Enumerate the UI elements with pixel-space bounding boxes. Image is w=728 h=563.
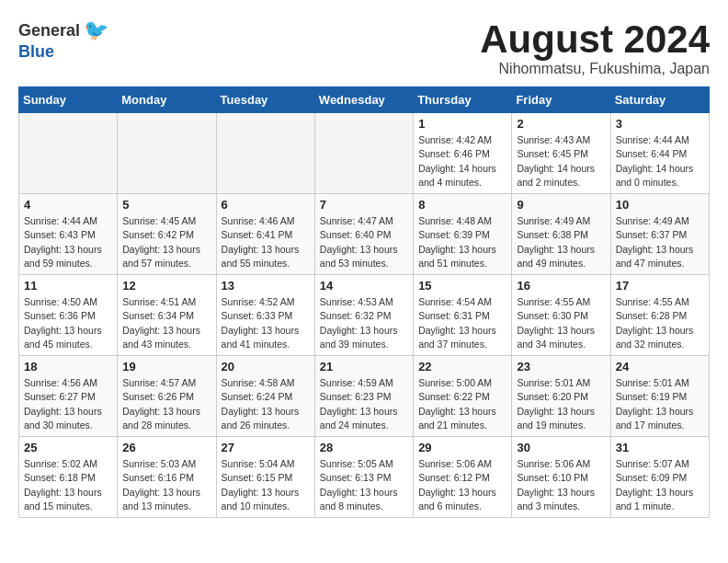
week-row-5: 25Sunrise: 5:02 AMSunset: 6:18 PMDayligh… bbox=[19, 437, 710, 518]
week-row-3: 11Sunrise: 4:50 AMSunset: 6:36 PMDayligh… bbox=[19, 275, 710, 356]
day-cell-16: 16Sunrise: 4:55 AMSunset: 6:30 PMDayligh… bbox=[512, 275, 610, 356]
day-number: 6 bbox=[222, 198, 310, 212]
empty-cell bbox=[19, 113, 118, 194]
weekday-header-wednesday: Wednesday bbox=[314, 87, 413, 113]
day-info: Sunrise: 4:44 AMSunset: 6:44 PMDaylight:… bbox=[616, 133, 704, 190]
day-info: Sunrise: 5:00 AMSunset: 6:22 PMDaylight:… bbox=[418, 376, 506, 432]
weekday-header-thursday: Thursday bbox=[414, 87, 512, 113]
day-number: 30 bbox=[517, 441, 605, 454]
day-cell-2: 2Sunrise: 4:43 AMSunset: 6:45 PMDaylight… bbox=[512, 113, 610, 194]
day-cell-18: 18Sunrise: 4:56 AMSunset: 6:27 PMDayligh… bbox=[19, 356, 118, 437]
month-title: August 2024 bbox=[480, 18, 710, 61]
day-number: 22 bbox=[418, 360, 506, 373]
day-number: 3 bbox=[616, 117, 704, 131]
day-cell-20: 20Sunrise: 4:58 AMSunset: 6:24 PMDayligh… bbox=[216, 356, 314, 437]
day-number: 14 bbox=[320, 279, 408, 293]
day-cell-19: 19Sunrise: 4:57 AMSunset: 6:26 PMDayligh… bbox=[118, 356, 216, 437]
day-cell-11: 11Sunrise: 4:50 AMSunset: 6:36 PMDayligh… bbox=[19, 275, 118, 356]
day-number: 24 bbox=[616, 360, 704, 373]
day-info: Sunrise: 4:51 AMSunset: 6:34 PMDaylight:… bbox=[122, 295, 210, 351]
day-cell-25: 25Sunrise: 5:02 AMSunset: 6:18 PMDayligh… bbox=[19, 437, 118, 518]
day-cell-9: 9Sunrise: 4:49 AMSunset: 6:38 PMDaylight… bbox=[512, 194, 610, 275]
empty-cell bbox=[118, 113, 216, 194]
logo: General 🐦 Blue bbox=[18, 18, 108, 62]
day-info: Sunrise: 4:53 AMSunset: 6:32 PMDaylight:… bbox=[320, 295, 408, 351]
page-header: General 🐦 Blue August 2024 Nihommatsu, F… bbox=[18, 18, 710, 77]
day-info: Sunrise: 5:05 AMSunset: 6:13 PMDaylight:… bbox=[320, 457, 408, 513]
location-title: Nihommatsu, Fukushima, Japan bbox=[480, 61, 710, 77]
day-info: Sunrise: 5:03 AMSunset: 6:16 PMDaylight:… bbox=[122, 457, 210, 513]
day-cell-15: 15Sunrise: 4:54 AMSunset: 6:31 PMDayligh… bbox=[414, 275, 512, 356]
day-info: Sunrise: 4:43 AMSunset: 6:45 PMDaylight:… bbox=[517, 133, 605, 190]
day-cell-7: 7Sunrise: 4:47 AMSunset: 6:40 PMDaylight… bbox=[314, 194, 413, 275]
day-number: 5 bbox=[122, 198, 210, 212]
day-cell-26: 26Sunrise: 5:03 AMSunset: 6:16 PMDayligh… bbox=[118, 437, 216, 518]
title-area: August 2024 Nihommatsu, Fukushima, Japan bbox=[480, 18, 710, 77]
day-info: Sunrise: 5:06 AMSunset: 6:12 PMDaylight:… bbox=[418, 457, 506, 513]
day-number: 1 bbox=[418, 117, 506, 131]
day-info: Sunrise: 4:50 AMSunset: 6:36 PMDaylight:… bbox=[24, 295, 112, 351]
day-cell-5: 5Sunrise: 4:45 AMSunset: 6:42 PMDaylight… bbox=[118, 194, 216, 275]
day-number: 16 bbox=[517, 279, 605, 293]
day-info: Sunrise: 5:04 AMSunset: 6:15 PMDaylight:… bbox=[222, 457, 310, 513]
week-row-1: 1Sunrise: 4:42 AMSunset: 6:46 PMDaylight… bbox=[19, 113, 710, 194]
day-cell-22: 22Sunrise: 5:00 AMSunset: 6:22 PMDayligh… bbox=[414, 356, 512, 437]
week-row-4: 18Sunrise: 4:56 AMSunset: 6:27 PMDayligh… bbox=[19, 356, 710, 437]
day-info: Sunrise: 4:44 AMSunset: 6:43 PMDaylight:… bbox=[24, 214, 112, 270]
day-info: Sunrise: 5:07 AMSunset: 6:09 PMDaylight:… bbox=[616, 457, 704, 513]
day-info: Sunrise: 4:46 AMSunset: 6:41 PMDaylight:… bbox=[222, 214, 310, 270]
weekday-header-sunday: Sunday bbox=[19, 87, 118, 113]
day-cell-29: 29Sunrise: 5:06 AMSunset: 6:12 PMDayligh… bbox=[414, 437, 512, 518]
day-number: 31 bbox=[616, 441, 704, 454]
day-cell-4: 4Sunrise: 4:44 AMSunset: 6:43 PMDaylight… bbox=[19, 194, 118, 275]
day-info: Sunrise: 4:52 AMSunset: 6:33 PMDaylight:… bbox=[222, 295, 310, 351]
day-number: 13 bbox=[222, 279, 310, 293]
day-cell-10: 10Sunrise: 4:49 AMSunset: 6:37 PMDayligh… bbox=[610, 194, 709, 275]
day-number: 17 bbox=[616, 279, 704, 293]
logo-bird-icon: 🐦 bbox=[84, 18, 108, 42]
day-number: 27 bbox=[222, 441, 310, 454]
day-info: Sunrise: 4:49 AMSunset: 6:37 PMDaylight:… bbox=[616, 214, 704, 270]
day-cell-28: 28Sunrise: 5:05 AMSunset: 6:13 PMDayligh… bbox=[314, 437, 413, 518]
day-cell-31: 31Sunrise: 5:07 AMSunset: 6:09 PMDayligh… bbox=[610, 437, 709, 518]
day-cell-21: 21Sunrise: 4:59 AMSunset: 6:23 PMDayligh… bbox=[314, 356, 413, 437]
logo-blue-text: Blue bbox=[18, 42, 54, 62]
day-number: 9 bbox=[517, 198, 605, 212]
day-cell-8: 8Sunrise: 4:48 AMSunset: 6:39 PMDaylight… bbox=[414, 194, 512, 275]
day-cell-17: 17Sunrise: 4:55 AMSunset: 6:28 PMDayligh… bbox=[610, 275, 709, 356]
day-info: Sunrise: 4:58 AMSunset: 6:24 PMDaylight:… bbox=[222, 376, 310, 432]
day-info: Sunrise: 4:56 AMSunset: 6:27 PMDaylight:… bbox=[24, 376, 112, 432]
day-info: Sunrise: 4:48 AMSunset: 6:39 PMDaylight:… bbox=[418, 214, 506, 270]
day-cell-12: 12Sunrise: 4:51 AMSunset: 6:34 PMDayligh… bbox=[118, 275, 216, 356]
day-cell-1: 1Sunrise: 4:42 AMSunset: 6:46 PMDaylight… bbox=[414, 113, 512, 194]
day-cell-27: 27Sunrise: 5:04 AMSunset: 6:15 PMDayligh… bbox=[216, 437, 314, 518]
day-number: 28 bbox=[320, 441, 408, 454]
logo-general-text: General bbox=[18, 21, 80, 40]
weekday-header-saturday: Saturday bbox=[610, 87, 709, 113]
weekday-header-monday: Monday bbox=[118, 87, 216, 113]
weekday-header-row: SundayMondayTuesdayWednesdayThursdayFrid… bbox=[19, 87, 710, 113]
day-number: 23 bbox=[517, 360, 605, 373]
day-number: 2 bbox=[517, 117, 605, 131]
day-number: 8 bbox=[418, 198, 506, 212]
day-number: 7 bbox=[320, 198, 408, 212]
day-number: 29 bbox=[418, 441, 506, 454]
day-number: 10 bbox=[616, 198, 704, 212]
day-info: Sunrise: 4:55 AMSunset: 6:28 PMDaylight:… bbox=[616, 295, 704, 351]
day-cell-14: 14Sunrise: 4:53 AMSunset: 6:32 PMDayligh… bbox=[314, 275, 413, 356]
day-cell-23: 23Sunrise: 5:01 AMSunset: 6:20 PMDayligh… bbox=[512, 356, 610, 437]
weekday-header-tuesday: Tuesday bbox=[216, 87, 314, 113]
day-info: Sunrise: 5:06 AMSunset: 6:10 PMDaylight:… bbox=[517, 457, 605, 513]
day-number: 26 bbox=[122, 441, 210, 454]
day-info: Sunrise: 4:57 AMSunset: 6:26 PMDaylight:… bbox=[122, 376, 210, 432]
day-number: 15 bbox=[418, 279, 506, 293]
calendar-table: SundayMondayTuesdayWednesdayThursdayFrid… bbox=[18, 86, 710, 518]
day-number: 25 bbox=[24, 441, 112, 454]
day-cell-24: 24Sunrise: 5:01 AMSunset: 6:19 PMDayligh… bbox=[610, 356, 709, 437]
empty-cell bbox=[216, 113, 314, 194]
day-info: Sunrise: 4:54 AMSunset: 6:31 PMDaylight:… bbox=[418, 295, 506, 351]
day-number: 11 bbox=[24, 279, 112, 293]
day-info: Sunrise: 4:45 AMSunset: 6:42 PMDaylight:… bbox=[122, 214, 210, 270]
day-cell-3: 3Sunrise: 4:44 AMSunset: 6:44 PMDaylight… bbox=[610, 113, 709, 194]
day-number: 21 bbox=[320, 360, 408, 373]
